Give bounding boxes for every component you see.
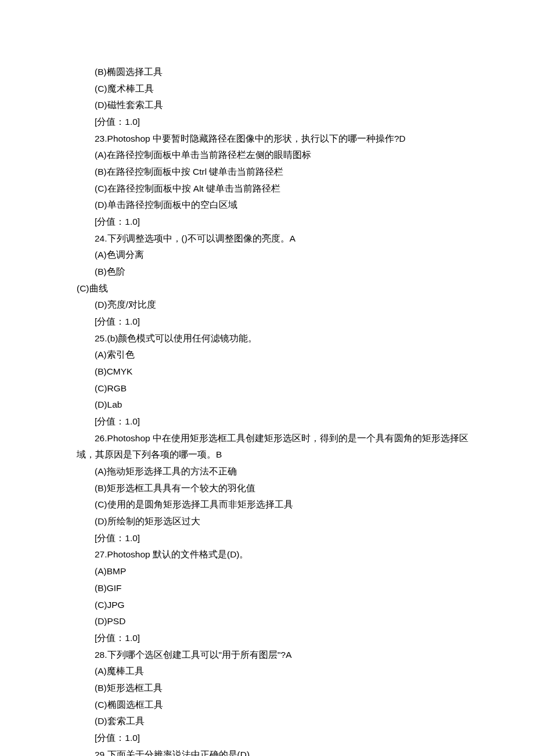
text-line: 23.Photoshop 中要暂时隐藏路径在图像中的形状，执行以下的哪一种操作?… bbox=[77, 131, 470, 147]
text-line: [分值：1.0] bbox=[77, 114, 470, 131]
text-line: [分值：1.0] bbox=[77, 530, 470, 547]
text-line: (D)单击路径控制面板中的空白区域 bbox=[77, 197, 470, 214]
text-line: (A)色调分离 bbox=[77, 247, 470, 264]
text-line: [分值：1.0] bbox=[77, 630, 470, 647]
text-line: (D)Lab bbox=[77, 397, 470, 413]
text-line: (D)亮度/对比度 bbox=[77, 297, 470, 314]
text-line: (A)BMP bbox=[77, 563, 470, 580]
text-line: 29.下面关于分辨率说法中正确的是(D)。 bbox=[77, 747, 470, 756]
text-line: (C)使用的是圆角矩形选择工具而非矩形选择工具 bbox=[77, 496, 470, 513]
text-line: (C)RGB bbox=[77, 380, 470, 397]
text-line: [分值：1.0] bbox=[77, 730, 470, 747]
text-line: (D)PSD bbox=[77, 613, 470, 630]
text-line: (C)在路径控制面板中按 Alt 键单击当前路径栏 bbox=[77, 181, 470, 197]
text-line: (C)椭圆选框工具 bbox=[77, 697, 470, 714]
text-line: [分值：1.0] bbox=[77, 413, 470, 430]
text-line: 27.Photoshop 默认的文件格式是(D)。 bbox=[77, 546, 470, 563]
text-line: (A)索引色 bbox=[77, 347, 470, 363]
text-line: 25.(b)颜色模式可以使用任何滤镜功能。 bbox=[77, 330, 470, 347]
text-line: (A)魔棒工具 bbox=[77, 663, 470, 680]
text-line: (B)在路径控制面板中按 Ctrl 键单击当前路径栏 bbox=[77, 164, 470, 181]
text-line: [分值：1.0] bbox=[77, 214, 470, 231]
text-line: [分值：1.0] bbox=[77, 314, 470, 330]
text-line: (B)色阶 bbox=[77, 264, 470, 280]
text-line: (B)矩形选框工具具有一个较大的羽化值 bbox=[77, 480, 470, 497]
text-line: 24.下列调整选项中，()不可以调整图像的亮度。A bbox=[77, 231, 470, 247]
text-line: (B)CMYK bbox=[77, 363, 470, 380]
text-line: 28.下列哪个选区创建工具可以"用于所有图层"?A bbox=[77, 647, 470, 664]
text-line: (B)矩形选框工具 bbox=[77, 680, 470, 697]
text-line: (C)魔术棒工具 bbox=[77, 81, 470, 98]
document-body: (B)椭圆选择工具(C)魔术棒工具(D)磁性套索工具[分值：1.0]23.Pho… bbox=[0, 64, 534, 756]
text-line: (B)GIF bbox=[77, 580, 470, 597]
text-line: (C)JPG bbox=[77, 597, 470, 614]
text-line: (D)套索工具 bbox=[77, 713, 470, 730]
text-line: (D)所绘制的矩形选区过大 bbox=[77, 513, 470, 530]
text-line: (D)磁性套索工具 bbox=[77, 97, 470, 114]
text-line: (A)拖动矩形选择工具的方法不正确 bbox=[77, 463, 470, 480]
text-line: (C)曲线 bbox=[77, 280, 470, 297]
text-line: 26.Photoshop 中在使用矩形选框工具创建矩形选区时，得到的是一个具有圆… bbox=[77, 430, 470, 463]
text-line: (A)在路径控制面板中单击当前路径栏左侧的眼睛图标 bbox=[77, 147, 470, 164]
text-line: (B)椭圆选择工具 bbox=[77, 64, 470, 81]
